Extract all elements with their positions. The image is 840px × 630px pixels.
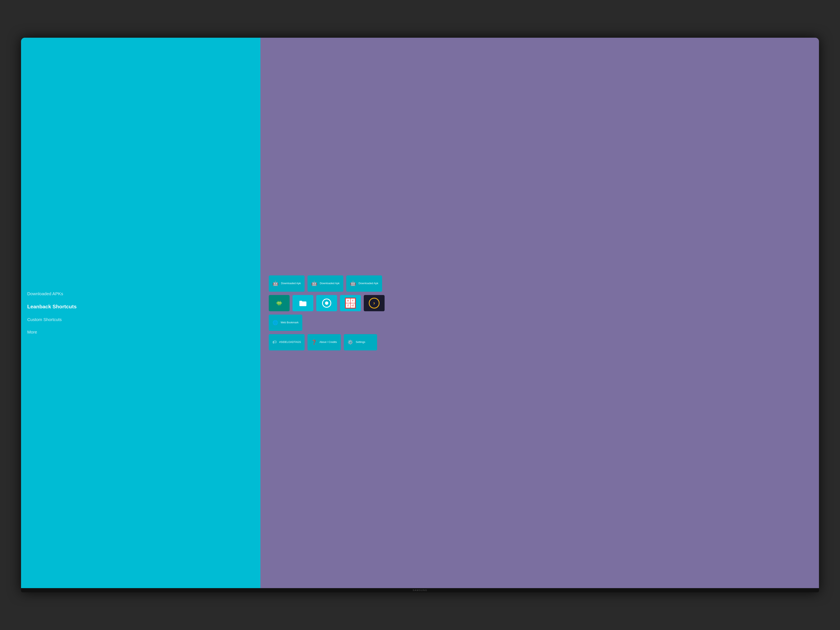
- xyz-cell-y: Y: [351, 298, 355, 303]
- tile-web-bookmark[interactable]: 🌐 Web Bookmark: [269, 314, 302, 331]
- xyz-cell-x: X: [346, 298, 351, 303]
- xyz-cell-rz: rZ: [351, 303, 355, 308]
- svg-rect-6: [279, 304, 280, 305]
- svg-rect-4: [281, 302, 282, 304]
- xyz-cell-z: Z: [346, 303, 351, 308]
- tag-icon: 🏷: [273, 340, 277, 344]
- svg-point-9: [278, 303, 278, 303]
- tile-camera[interactable]: [316, 295, 337, 311]
- tile-label-about-credits: About / Credits: [319, 341, 337, 344]
- android-icon-2: 🤖: [311, 281, 317, 286]
- tile-label-1: Downloaded Apk: [281, 282, 301, 285]
- gear-icon: ⚙️: [347, 339, 353, 345]
- tile-settings[interactable]: ⚙️ Settings: [344, 334, 377, 351]
- question-mark-icon: ❓: [311, 339, 317, 345]
- camera-dot: [325, 302, 328, 305]
- main-content: 🤖 Downloaded Apk 🤖 Downloaded Apk 🤖 Down…: [261, 38, 819, 588]
- sidebar-item-downloaded-apks[interactable]: Downloaded APKs: [27, 291, 254, 297]
- tile-sideloadtags[interactable]: 🏷 #SIDELOADTAGS: [269, 334, 305, 351]
- tile-plex[interactable]: ›: [364, 295, 385, 311]
- globe-icon: 🌐: [273, 320, 278, 325]
- folder-icon: [299, 299, 307, 307]
- row-4: 🏷 #SIDELOADTAGS ❓ About / Credits ⚙️ Set…: [269, 334, 811, 351]
- svg-rect-5: [278, 304, 279, 305]
- android-icon-1: 🤖: [273, 281, 278, 286]
- tile-downloaded-apk-1[interactable]: 🤖 Downloaded Apk: [269, 275, 305, 292]
- row-3: 🌐 Web Bookmark: [269, 314, 811, 331]
- tile-downloaded-apk-2[interactable]: 🤖 Downloaded Apk: [308, 275, 343, 292]
- plex-chevron-icon: ›: [369, 298, 380, 308]
- tile-folder[interactable]: [292, 295, 313, 311]
- tv-screen: Downloaded APKs Leanback Shortcuts Custo…: [21, 38, 819, 588]
- tile-label-3: Downloaded Apk: [358, 282, 378, 285]
- row-1: 🤖 Downloaded Apk 🤖 Downloaded Apk 🤖 Down…: [269, 275, 811, 292]
- tile-xyz[interactable]: X Y Z rZ: [340, 295, 361, 311]
- tv-container: Downloaded APKs Leanback Shortcuts Custo…: [21, 38, 819, 592]
- tile-label-2: Downloaded Apk: [320, 282, 339, 285]
- tile-label-settings: Settings: [355, 341, 365, 344]
- tv-bezel-bottom: SAMSUNG: [21, 588, 819, 592]
- svg-rect-2: [277, 302, 281, 305]
- android-icon-3: 🤖: [350, 281, 356, 286]
- samsung-logo: SAMSUNG: [413, 589, 428, 592]
- tile-about-credits[interactable]: ❓ About / Credits: [308, 334, 341, 351]
- sidebar: Downloaded APKs Leanback Shortcuts Custo…: [21, 38, 261, 588]
- tile-label-sideloadtags: #SIDELOADTAGS: [279, 341, 301, 344]
- nvidia-robot-icon: [276, 300, 283, 306]
- tile-label-web-bookmark: Web Bookmark: [281, 321, 298, 324]
- tile-downloaded-apk-3[interactable]: 🤖 Downloaded Apk: [346, 275, 382, 292]
- svg-rect-3: [276, 302, 277, 304]
- tile-nvidia-shield[interactable]: [269, 295, 290, 311]
- row-2: X Y Z rZ ›: [269, 295, 811, 311]
- svg-point-10: [280, 303, 280, 303]
- sidebar-item-custom-shortcuts[interactable]: Custom Shortcuts: [27, 316, 254, 323]
- xyz-grid-icon: X Y Z rZ: [345, 298, 356, 308]
- camera-record-icon: [322, 298, 331, 308]
- sidebar-item-leanback-shortcuts[interactable]: Leanback Shortcuts: [27, 303, 254, 310]
- sidebar-item-more[interactable]: More: [27, 329, 254, 335]
